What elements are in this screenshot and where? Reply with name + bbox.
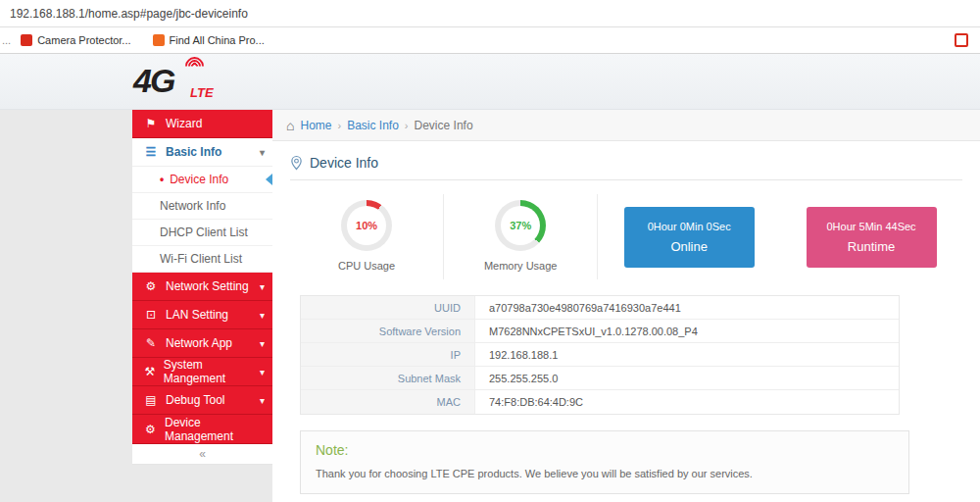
sidebar-subitem-label: Device Info [170, 173, 228, 186]
sidebar-item-label: System Mangement [164, 358, 252, 385]
sidebar-item-system-mangement[interactable]: ⚒ System Mangement [132, 358, 272, 386]
online-label: Online [670, 239, 708, 254]
runtime-label: Runtime [848, 239, 895, 254]
url-text[interactable]: 192.168.188.1/home.asp#page/jbc-devicein… [10, 7, 248, 21]
document-icon: ▤ [144, 393, 158, 407]
sidebar-subitem-label: Wi-Fi Client List [160, 252, 242, 266]
wizard-icon: ⚑ [144, 117, 158, 130]
sidebar-item-network-app[interactable]: ✎ Network App [132, 329, 272, 358]
sidebar-subitem-label: Network Info [160, 199, 225, 213]
sidebar-item-label: Wizard [166, 117, 202, 130]
online-card-cell: 0Hour 0Min 0Sec Online [598, 207, 780, 268]
sidebar-item-label: Debug Tool [166, 393, 225, 407]
note-title: Note: [316, 442, 894, 458]
tools-icon: ⚒ [144, 365, 156, 378]
chevron-down-icon [260, 147, 265, 158]
bookmarks-bar: ... Camera Protector... Find All China P… [0, 27, 980, 54]
table-row: IP 192.168.188.1 [301, 343, 899, 367]
sidebar-item-label: Basic Info [166, 145, 221, 159]
bookmark-label: Find All China Pro... [170, 34, 265, 46]
site-header: 4G LTE 1 Logout [0, 54, 980, 110]
sidebar-item-wizard[interactable]: ⚑ Wizard [132, 110, 272, 138]
logo-lte-text: LTE [190, 85, 214, 100]
row-key: Subnet Mask [301, 367, 475, 389]
gauge-label: Memory Usage [484, 260, 558, 272]
bookmark-find-all-china[interactable]: Find All China Pro... [153, 34, 265, 46]
table-row: UUID a70798a730e4980769a7416930a7e441 [301, 296, 899, 320]
sidebar-item-device-management[interactable]: ⚙ Device Management [132, 415, 272, 444]
collapse-icon: « [199, 447, 206, 461]
page-title-text: Device Info [310, 155, 378, 171]
bookmark-favicon [153, 34, 165, 46]
breadcrumb: ⌂ Home › Basic Info › Device Info [272, 110, 980, 141]
gear-icon: ⚙ [144, 279, 158, 293]
row-value: M7628NNxCPETSxUI_v1.0.1278.00.08_P4 [475, 320, 899, 342]
cpu-usage-gauge: 10% CPU Usage [290, 194, 444, 279]
status-summary-row: 10% CPU Usage 37% Memory Usage 0Hour 0Mi… [290, 194, 962, 279]
chevron-right-icon: › [405, 120, 409, 131]
chevron-down-icon [260, 338, 265, 349]
chevron-down-icon [260, 367, 265, 377]
gauge-value: 10% [356, 220, 377, 231]
browser-url-bar[interactable]: 192.168.188.1/home.asp#page/jbc-devicein… [0, 0, 980, 27]
sidebar-item-label: Network App [166, 336, 232, 350]
row-value: 192.168.188.1 [475, 343, 899, 366]
breadcrumb-current: Device Info [415, 119, 473, 132]
runtime-card-cell: 0Hour 5Min 44Sec Runtime [780, 207, 962, 268]
sidebar-item-label: Device Management [165, 416, 265, 443]
memory-usage-gauge: 37% Memory Usage [444, 194, 598, 279]
gauge-label: CPU Usage [338, 260, 395, 272]
row-value: 74:F8:DB:64:4D:9C [475, 390, 899, 414]
gears-icon: ⚙ [144, 423, 157, 436]
home-icon: ⌂ [286, 118, 294, 133]
runtime-status-card: 0Hour 5Min 44Sec Runtime [807, 207, 937, 268]
map-pin-icon [290, 155, 303, 171]
chevron-down-icon [260, 310, 265, 321]
sidebar-subitem-label: DHCP Client List [160, 226, 248, 239]
note-text: Thank you for choosing LTE CPE products.… [316, 468, 894, 479]
bookmark-camera-protector[interactable]: Camera Protector... [21, 34, 130, 46]
chevron-down-icon [260, 395, 265, 406]
row-key: IP [301, 343, 475, 366]
logo-text: 4G [133, 62, 173, 99]
table-row: Software Version M7628NNxCPETSxUI_v1.0.1… [301, 320, 899, 343]
sidebar-item-label: LAN Setting [166, 308, 228, 322]
breadcrumb-home[interactable]: Home [300, 119, 331, 132]
sidebar-subitem-device-info[interactable]: • Device Info [132, 167, 272, 193]
note-panel: Note: Thank you for choosing LTE CPE pro… [300, 430, 909, 494]
row-key: UUID [301, 296, 475, 319]
table-row: MAC 74:F8:DB:64:4D:9C [301, 390, 899, 414]
gauge-value: 37% [510, 220, 531, 231]
logo-4g-lte: 4G LTE [133, 62, 221, 107]
table-row: Subnet Mask 255.255.255.0 [301, 367, 899, 390]
main-content: ⌂ Home › Basic Info › Device Info Device… [272, 110, 980, 502]
chevron-down-icon [260, 281, 265, 292]
radio-wave-icon [181, 53, 208, 79]
sidebar-item-lan-setting[interactable]: ⊡ LAN Setting [132, 301, 272, 329]
breadcrumb-basic-info[interactable]: Basic Info [347, 119, 399, 132]
bookmark-label: Camera Protector... [37, 34, 130, 46]
bullet-icon: • [160, 173, 164, 186]
row-key: MAC [301, 390, 475, 414]
sidebar-item-debug-tool[interactable]: ▤ Debug Tool [132, 386, 272, 415]
page-title: Device Info [290, 155, 962, 180]
sidebar-subitem-wifi-client-list[interactable]: Wi-Fi Client List [132, 246, 272, 273]
row-value: 255.255.255.0 [475, 367, 899, 389]
sidebar-collapse-button[interactable]: « [132, 444, 272, 465]
row-key: Software Version [301, 320, 475, 342]
memory-donut-chart: 37% [495, 200, 546, 251]
sidebar-subitem-dhcp-client-list[interactable]: DHCP Client List [132, 220, 272, 246]
sidebar-subitem-network-info[interactable]: Network Info [132, 193, 272, 220]
bookmarks-overflow[interactable]: ... [2, 34, 11, 46]
sidebar-item-label: Network Setting [166, 279, 249, 293]
sidebar-item-basic-info[interactable]: ☰ Basic Info [132, 138, 272, 167]
row-value: a70798a730e4980769a7416930a7e441 [475, 296, 899, 319]
extension-icon[interactable] [955, 33, 968, 47]
online-status-card: 0Hour 0Min 0Sec Online [624, 207, 755, 268]
chevron-right-icon: › [337, 120, 341, 131]
online-time: 0Hour 0Min 0Sec [648, 221, 731, 232]
page-left-gutter [0, 110, 132, 502]
runtime-time: 0Hour 5Min 44Sec [827, 221, 916, 232]
sidebar-item-network-setting[interactable]: ⚙ Network Setting [132, 273, 272, 301]
cpu-donut-chart: 10% [341, 200, 392, 251]
